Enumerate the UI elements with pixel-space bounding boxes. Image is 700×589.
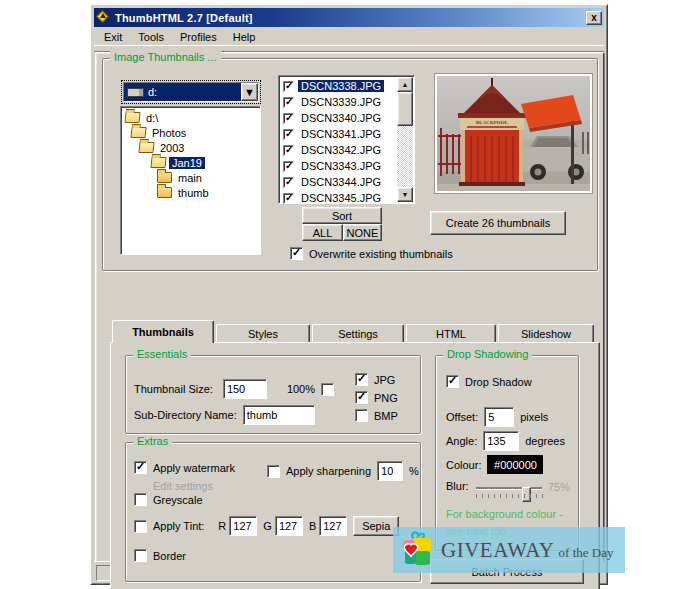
tree-item-label[interactable]: 2003	[157, 142, 187, 154]
svg-text:BLACKPOOL: BLACKPOOL	[476, 120, 509, 125]
tint-b-input[interactable]: 127	[319, 516, 347, 536]
png-checkbox[interactable]	[355, 391, 368, 404]
edit-settings-link[interactable]: Edit settings	[153, 480, 213, 492]
drop-shadow-checkbox[interactable]	[446, 375, 459, 388]
tree-item-label[interactable]: thumb	[175, 187, 212, 199]
sort-button[interactable]: Sort	[302, 207, 382, 224]
tree-item-main[interactable]: main	[123, 170, 260, 185]
tint-g-label: G	[263, 520, 272, 532]
bmp-checkbox[interactable]	[355, 409, 368, 422]
file-name[interactable]: DSCN3338.JPG	[298, 80, 384, 92]
thumbnail-size-input[interactable]: 150	[223, 379, 267, 399]
tint-g-input[interactable]: 127	[275, 516, 303, 536]
drive-combobox[interactable]: d: ▼	[121, 80, 261, 104]
file-checkbox[interactable]	[283, 129, 294, 140]
essentials-label: Essentials	[133, 348, 191, 360]
apply-sharpening-checkbox[interactable]	[267, 465, 280, 478]
tab-slideshow[interactable]: Slideshow	[498, 324, 594, 343]
drop-shadow-label: Drop Shadow	[465, 376, 532, 388]
preview-image: BLACKPOOL	[434, 73, 593, 194]
border-checkbox[interactable]	[134, 549, 147, 562]
menu-help[interactable]: Help	[226, 29, 263, 45]
menu-bar: Exit Tools Profiles Help	[94, 28, 604, 45]
tree-item-label[interactable]: Jan19	[169, 157, 205, 169]
apply-watermark-checkbox[interactable]	[134, 461, 147, 474]
menu-tools[interactable]: Tools	[131, 29, 171, 45]
file-checkbox[interactable]	[283, 145, 294, 156]
greyscale-checkbox[interactable]	[134, 493, 147, 506]
jpg-checkbox[interactable]	[355, 373, 368, 386]
offset-input[interactable]: 5	[484, 407, 514, 427]
close-icon[interactable]: x	[586, 11, 602, 25]
tab-thumbnails[interactable]: Thumbnails	[112, 320, 214, 343]
open-folder-icon	[150, 157, 166, 168]
blur-label: Blur:	[446, 480, 469, 492]
file-list-scrollbar[interactable]: ▲ ▼	[397, 77, 413, 202]
file-name[interactable]: DSCN3343.JPG	[298, 160, 384, 172]
sharpening-input[interactable]: 10	[377, 461, 403, 481]
file-row[interactable]: DSCN3338.JPG	[280, 78, 414, 94]
scroll-down-icon[interactable]: ▼	[397, 187, 413, 202]
file-row[interactable]: DSCN3343.JPG	[280, 158, 414, 174]
file-checkbox[interactable]	[283, 97, 294, 108]
file-name[interactable]: DSCN3340.JPG	[298, 112, 384, 124]
subdir-input[interactable]: thumb	[243, 405, 315, 425]
file-row[interactable]: DSCN3341.JPG	[280, 126, 414, 142]
create-thumbnails-button[interactable]: Create 26 thumbnails	[430, 211, 566, 235]
subdir-label: Sub-Directory Name:	[134, 409, 237, 421]
scroll-up-icon[interactable]: ▲	[397, 77, 413, 92]
tree-item-photos[interactable]: Photos	[123, 125, 260, 140]
file-checkbox[interactable]	[283, 113, 294, 124]
offset-unit: pixels	[520, 411, 548, 423]
overwrite-option[interactable]: Overwrite existing thumbnails	[290, 247, 453, 260]
apply-sharpening-label: Apply sharpening	[286, 465, 371, 477]
file-row[interactable]: DSCN3345.JPG	[280, 190, 414, 206]
file-name[interactable]: DSCN3342.JPG	[298, 144, 384, 156]
tab-styles[interactable]: Styles	[216, 324, 310, 343]
apply-watermark-label: Apply watermark	[153, 462, 235, 474]
tab-label: Settings	[338, 328, 378, 340]
file-name[interactable]: DSCN3345.JPG	[298, 192, 384, 204]
file-list[interactable]: DSCN3338.JPG DSCN3339.JPG DSCN3340.JPG D…	[278, 75, 415, 204]
menu-exit[interactable]: Exit	[97, 29, 129, 45]
file-checkbox[interactable]	[283, 81, 294, 92]
all-button[interactable]: ALL	[302, 224, 343, 241]
angle-input[interactable]: 135	[483, 431, 519, 451]
file-row[interactable]: DSCN3344.JPG	[280, 174, 414, 190]
tab-settings[interactable]: Settings	[312, 324, 404, 343]
overwrite-checkbox[interactable]	[290, 247, 303, 260]
tree-item-drive[interactable]: d:\	[123, 110, 260, 125]
colour-swatch[interactable]: #000000	[487, 455, 543, 474]
tree-item-jan19[interactable]: Jan19	[123, 155, 260, 170]
pct-checkbox[interactable]	[321, 383, 334, 396]
file-row[interactable]: DSCN3339.JPG	[280, 94, 414, 110]
folder-tree[interactable]: d:\ Photos 2003 Jan19 main	[120, 106, 261, 255]
file-name[interactable]: DSCN3341.JPG	[298, 128, 384, 140]
giveaway-gift-icon	[399, 530, 435, 570]
none-button[interactable]: NONE	[343, 224, 382, 241]
tint-r-input[interactable]: 127	[229, 516, 257, 536]
tree-item-label[interactable]: main	[175, 172, 205, 184]
menu-profiles[interactable]: Profiles	[173, 29, 224, 45]
file-name[interactable]: DSCN3339.JPG	[298, 96, 384, 108]
file-name[interactable]: DSCN3344.JPG	[298, 176, 384, 188]
scrollbar-thumb[interactable]	[397, 92, 413, 126]
bmp-label: BMP	[374, 410, 398, 422]
drive-dropdown-arrow-icon[interactable]: ▼	[241, 83, 258, 101]
file-checkbox[interactable]	[283, 177, 294, 188]
tree-item-label[interactable]: Photos	[149, 127, 189, 139]
tree-item-thumb[interactable]: thumb	[123, 185, 260, 200]
file-checkbox[interactable]	[283, 193, 294, 204]
offset-label: Offset:	[446, 411, 478, 423]
file-checkbox[interactable]	[283, 161, 294, 172]
tree-item-label[interactable]: d:\	[143, 112, 161, 124]
file-row[interactable]: DSCN3342.JPG	[280, 142, 414, 158]
tab-html[interactable]: HTML	[406, 324, 496, 343]
title-bar[interactable]: ThumbHTML 2.7 [Default] x	[94, 8, 604, 27]
tab-label: Styles	[248, 328, 278, 340]
extras-label: Extras	[133, 435, 172, 447]
tree-item-2003[interactable]: 2003	[123, 140, 260, 155]
file-row[interactable]: DSCN3340.JPG	[280, 110, 414, 126]
apply-tint-checkbox[interactable]	[134, 520, 147, 533]
essentials-group: Essentials Thumbnail Size: 150 100% Sub-…	[125, 355, 421, 434]
